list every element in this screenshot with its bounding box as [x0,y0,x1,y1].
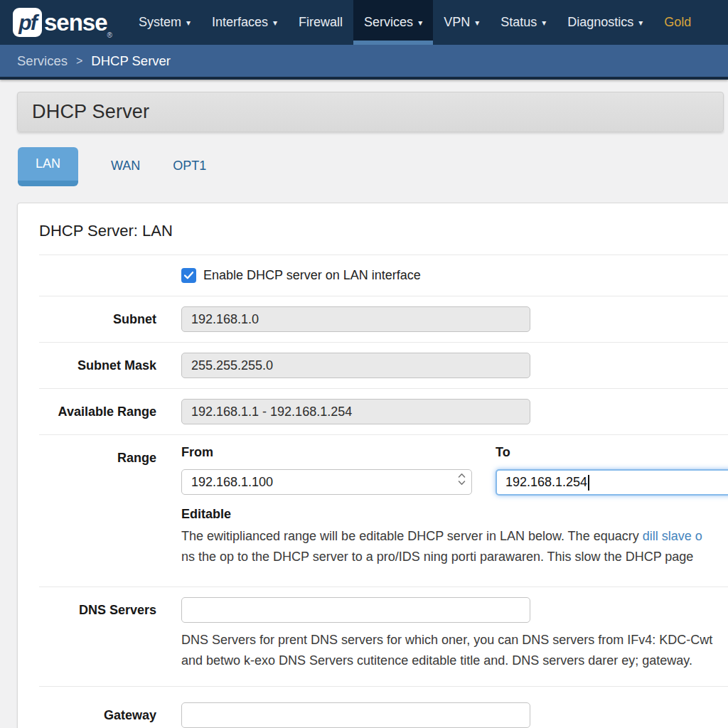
nav-item-label: Interfaces [212,15,268,30]
gateway-row: Gateway Gateway, enablies poir needious … [39,686,728,728]
nav-item-label: System [139,15,181,30]
tab-lan[interactable]: LAN [18,147,78,186]
range-from-input[interactable] [181,469,472,495]
nav-item-label: Status [500,15,537,30]
nav-item-label: Diagnostics [567,15,633,30]
editable-heading: Editable [181,507,728,522]
nav-item-vpn[interactable]: VPN ▾ [433,0,490,45]
tab-wan[interactable]: WAN [111,159,140,186]
available-range-row: Available Range [39,388,728,434]
range-to-label: To [496,445,728,460]
page-title-bar: DHCP Server [17,92,724,132]
pfsense-logo[interactable]: pf sense ® [0,0,128,45]
range-label: Range [39,445,156,466]
dhcp-server-panel: DHCP Server: LAN Enable DHCP server on L… [17,203,728,728]
panel-title: DHCP Server: LAN [39,203,728,255]
dns-servers-input[interactable] [181,597,530,623]
dns-help-line1: DNS Servers for prent DNS servers for wh… [181,630,728,651]
gateway-input[interactable] [181,702,530,728]
text-cursor [588,475,589,491]
chevron-down-icon: ▾ [186,18,191,28]
available-range-input [181,399,530,424]
range-row: Range From To 192.168.1.254 [39,434,728,587]
dns-servers-row: DNS Servers DNS Servers for prent DNS se… [39,587,728,686]
range-to-value: 192.168.1.254 [505,475,587,490]
dns-help-line2: and betwo k-exo DNS Servers cutitence ed… [181,651,728,677]
nav-item-label: VPN [444,15,470,30]
breadcrumb-section[interactable]: Services [17,53,68,69]
subnet-label: Subnet [39,312,156,327]
chevron-down-icon: ▾ [418,18,422,28]
brand-name: sense [44,9,107,36]
nav-item-system[interactable]: System ▾ [128,0,201,45]
check-icon [184,272,193,279]
subnet-mask-row: Subnet Mask [39,342,728,388]
nav-item-label: Gold [664,15,691,30]
subnet-mask-input [181,353,530,378]
top-navbar: pf sense ® System ▾ Interfaces ▾ Firewal… [0,0,728,45]
tab-opt1[interactable]: OPT1 [173,159,206,186]
page-title: DHCP Server [32,101,149,123]
nav-item-firewall[interactable]: Firewall [288,0,353,45]
range-help-link[interactable]: dill slave o [643,529,702,543]
nav-item-status[interactable]: Status ▾ [490,0,557,45]
available-range-label: Available Range [39,405,156,419]
breadcrumb-page: DHCP Server [91,53,171,69]
gateway-label: Gateway [39,697,156,723]
chevron-down-icon: ▾ [273,18,277,28]
divider [0,77,728,80]
nav-item-label: Firewall [299,15,343,30]
enable-row: Enable DHCP server on LAN interface [39,255,728,296]
nav-item-gold[interactable]: Gold [653,0,702,45]
enable-dhcp-label[interactable]: Enable DHCP server on LAN interface [203,268,421,283]
nav-item-interfaces[interactable]: Interfaces ▾ [201,0,288,45]
number-stepper-icon[interactable] [458,473,466,486]
subnet-row: Subnet [39,296,728,342]
range-help-line2: ns the op to the DHCP server to a pro/ID… [181,547,728,577]
registered-mark: ® [107,31,112,39]
subnet-input [181,306,530,332]
chevron-down-icon: ▾ [638,18,643,28]
subnet-mask-label: Subnet Mask [39,358,156,373]
breadcrumb: Services > DHCP Server [0,45,728,77]
chevron-down-icon: ▾ [542,18,546,28]
pf-logo-text: pf [18,11,36,35]
nav-item-diagnostics[interactable]: Diagnostics ▾ [557,0,653,45]
range-from-label: From [181,445,496,460]
chevron-down-icon: ▾ [475,18,479,28]
range-to-input[interactable]: 192.168.1.254 [496,469,728,496]
nav-item-services[interactable]: Services ▾ [353,0,433,45]
pf-logo-box: pf [13,8,42,37]
breadcrumb-separator-icon: > [76,55,82,68]
range-help-line1: The ewitiplianced range will be editable… [181,526,728,547]
dns-servers-label: DNS Servers [39,597,156,618]
nav-item-label: Services [364,15,413,30]
interface-tabs: LAN WAN OPT1 [18,147,728,186]
enable-dhcp-checkbox[interactable] [181,268,196,283]
